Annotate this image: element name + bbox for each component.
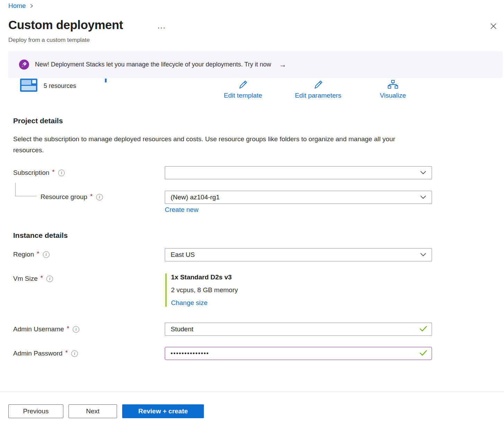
vm-size-value: 1x Standard D2s v3: [171, 273, 238, 281]
required-asterisk: *: [65, 349, 68, 357]
visualize-label: Visualize: [380, 92, 406, 99]
subscription-label-text: Subscription: [13, 169, 50, 177]
required-asterisk: *: [40, 274, 43, 282]
resources-count-label: 5 resources: [44, 82, 76, 90]
resource-group-label-text: Resource group: [40, 193, 87, 201]
required-asterisk: *: [52, 168, 55, 176]
info-icon[interactable]: i: [73, 326, 79, 333]
subscription-resourcegroup-connector: [15, 183, 37, 196]
template-resources-icon: [20, 79, 37, 93]
admin-password-input[interactable]: [165, 347, 432, 360]
breadcrumb-home-link[interactable]: Home: [8, 2, 26, 10]
clipped-content-fragment: [105, 79, 107, 82]
valid-checkmark-icon: [419, 350, 428, 358]
admin-password-label: Admin Password * i: [13, 350, 78, 357]
resource-group-value: (New) az104-rg1: [171, 194, 420, 201]
subscription-dropdown[interactable]: [165, 166, 432, 179]
project-details-heading: Project details: [13, 117, 63, 125]
change-size-link[interactable]: Change size: [171, 299, 208, 306]
admin-username-fieldwrap: [165, 323, 432, 336]
pencil-icon: [238, 80, 248, 91]
edit-parameters-label: Edit parameters: [295, 92, 341, 99]
required-asterisk: *: [90, 192, 92, 200]
breadcrumb: Home: [8, 2, 34, 10]
region-value: East US: [171, 251, 420, 259]
close-button[interactable]: [488, 21, 498, 32]
page-subtitle: Deploy from a custom template: [8, 37, 90, 44]
admin-username-input[interactable]: [165, 323, 432, 336]
info-icon[interactable]: i: [43, 251, 50, 258]
more-options-button[interactable]: ...: [158, 21, 166, 30]
footer-divider: [0, 392, 504, 392]
rocket-icon: [19, 60, 29, 70]
chevron-down-icon: [420, 252, 426, 258]
project-details-description: Select the subscription to manage deploy…: [13, 134, 413, 156]
template-resources-summary: 5 resources: [20, 79, 76, 93]
info-icon[interactable]: i: [96, 194, 103, 200]
page-title: Custom deployment: [8, 18, 123, 32]
review-create-button[interactable]: Review + create: [122, 404, 204, 418]
edit-parameters-button[interactable]: Edit parameters: [295, 80, 341, 99]
visualize-button[interactable]: Visualize: [380, 80, 406, 99]
info-icon[interactable]: i: [46, 276, 53, 282]
previous-button[interactable]: Previous: [8, 404, 63, 418]
edit-template-button[interactable]: Edit template: [224, 80, 262, 99]
subscription-label: Subscription * i: [13, 169, 65, 177]
footer-actions: Previous Next Review + create: [8, 404, 204, 418]
valid-checkmark-icon: [419, 325, 428, 334]
deployment-stacks-banner[interactable]: New! Deployment Stacks let you manage th…: [8, 51, 503, 78]
chevron-down-icon: [420, 170, 426, 176]
try-it-now-arrow-icon[interactable]: →: [279, 61, 286, 69]
chevron-down-icon: [420, 194, 426, 200]
info-icon[interactable]: i: [58, 170, 65, 176]
create-new-link[interactable]: Create new: [165, 206, 198, 214]
vm-size-label-text: Vm Size: [13, 275, 38, 282]
admin-password-fieldwrap: [165, 347, 432, 360]
vm-size-specs: 2 vcpus, 8 GB memory: [171, 286, 238, 294]
banner-text: New! Deployment Stacks let you manage th…: [35, 61, 271, 68]
chevron-right-icon: [29, 3, 34, 8]
edit-template-label: Edit template: [224, 92, 262, 99]
vm-size-label: Vm Size * i: [13, 275, 53, 282]
next-button[interactable]: Next: [69, 404, 117, 418]
info-icon[interactable]: i: [71, 350, 78, 357]
vm-size-summary: 1x Standard D2s v3 2 vcpus, 8 GB memory …: [165, 273, 238, 307]
hierarchy-icon: [387, 80, 398, 91]
admin-password-label-text: Admin Password: [13, 350, 63, 357]
resource-group-dropdown[interactable]: (New) az104-rg1: [165, 191, 432, 204]
required-asterisk: *: [67, 325, 69, 332]
admin-username-label-text: Admin Username: [13, 325, 64, 333]
pencil-icon: [313, 80, 323, 91]
resource-group-label: Resource group * i: [40, 193, 103, 201]
region-label: Region * i: [13, 251, 50, 258]
close-icon: [490, 23, 497, 31]
region-label-text: Region: [13, 251, 34, 258]
required-asterisk: *: [37, 250, 39, 258]
region-dropdown[interactable]: East US: [165, 248, 432, 261]
admin-username-label: Admin Username * i: [13, 325, 79, 333]
instance-details-heading: Instance details: [13, 231, 68, 240]
